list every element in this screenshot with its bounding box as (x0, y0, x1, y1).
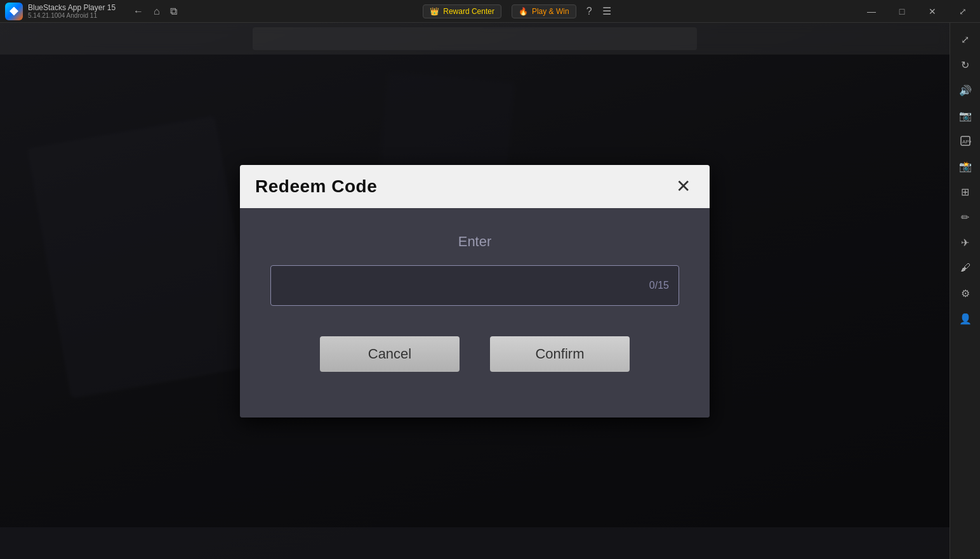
maximize-button[interactable]: □ (887, 2, 917, 21)
dialog-close-button[interactable]: ✕ (672, 175, 694, 198)
redeem-dialog: Redeem Code ✕ Enter 0/15 Cancel Confirm (240, 165, 710, 418)
camera-icon[interactable]: 📷 (954, 104, 977, 127)
rotate-icon[interactable]: ↻ (954, 53, 977, 76)
app-version: 5.14.21.1004 Android 11 (28, 12, 116, 19)
fire-icon: 🔥 (519, 7, 528, 16)
titlebar: BlueStacks App Player 15 5.14.21.1004 An… (0, 0, 980, 23)
dialog-title: Redeem Code (255, 176, 377, 197)
app-name: BlueStacks App Player 15 (28, 3, 116, 12)
help-button[interactable]: ? (586, 6, 592, 17)
nav-buttons: ← ⌂ ⧉ (121, 6, 177, 17)
titlebar-left: BlueStacks App Player 15 5.14.21.1004 An… (0, 3, 177, 20)
logo-inner (10, 7, 18, 16)
crown-icon: 👑 (430, 7, 439, 16)
enter-label: Enter (270, 233, 679, 250)
titlebar-center: 👑 Reward Center 🔥 Play & Win ? ☰ (423, 4, 611, 18)
window-controls: — □ ✕ ⤢ (857, 2, 980, 21)
reward-center-label: Reward Center (443, 7, 494, 16)
minimize-button[interactable]: — (857, 2, 886, 21)
dialog-body: Enter 0/15 Cancel Confirm (240, 208, 710, 418)
code-input[interactable] (270, 265, 679, 306)
play-win-label: Play & Win (532, 7, 569, 16)
apk-icon[interactable]: APK (954, 129, 977, 152)
main-content: Redeem Code ✕ Enter 0/15 Cancel Confirm (0, 23, 950, 559)
right-sidebar: ⤢ ↻ 🔊 📷 APK 📸 ⊞ ✏ ✈ 🖌 ⚙ 👤 (950, 23, 980, 559)
expand-icon[interactable]: ⤢ (954, 28, 977, 51)
brush-icon[interactable]: 🖌 (954, 256, 977, 279)
profile-icon[interactable]: 👤 (954, 307, 977, 330)
back-button[interactable]: ← (133, 6, 143, 17)
svg-text:APK: APK (962, 139, 971, 145)
flight-icon[interactable]: ✈ (954, 231, 977, 254)
code-input-wrapper: 0/15 (270, 265, 679, 306)
edit-icon[interactable]: ✏ (954, 206, 977, 228)
menu-button[interactable]: ☰ (602, 5, 611, 17)
play-win-button[interactable]: 🔥 Play & Win (512, 4, 576, 18)
gear-icon[interactable]: ⚙ (954, 282, 977, 305)
reward-center-button[interactable]: 👑 Reward Center (423, 4, 501, 18)
home-button[interactable]: ⌂ (154, 6, 160, 17)
dialog-footer: Cancel Confirm (270, 336, 679, 392)
bluestacks-logo (5, 3, 23, 20)
restore-button[interactable]: ⤢ (948, 2, 977, 21)
volume-icon[interactable]: 🔊 (954, 79, 977, 102)
screenshot-icon[interactable]: 📸 (954, 155, 977, 178)
app-info: BlueStacks App Player 15 5.14.21.1004 An… (28, 3, 116, 19)
copy-button[interactable]: ⧉ (170, 6, 177, 17)
confirm-button[interactable]: Confirm (490, 336, 630, 372)
dialog-overlay: Redeem Code ✕ Enter 0/15 Cancel Confirm (0, 23, 950, 559)
close-button[interactable]: ✕ (918, 2, 947, 21)
cancel-button[interactable]: Cancel (320, 336, 460, 372)
resize-icon[interactable]: ⊞ (954, 180, 977, 203)
dialog-header: Redeem Code ✕ (240, 165, 710, 208)
code-counter: 0/15 (649, 280, 669, 291)
